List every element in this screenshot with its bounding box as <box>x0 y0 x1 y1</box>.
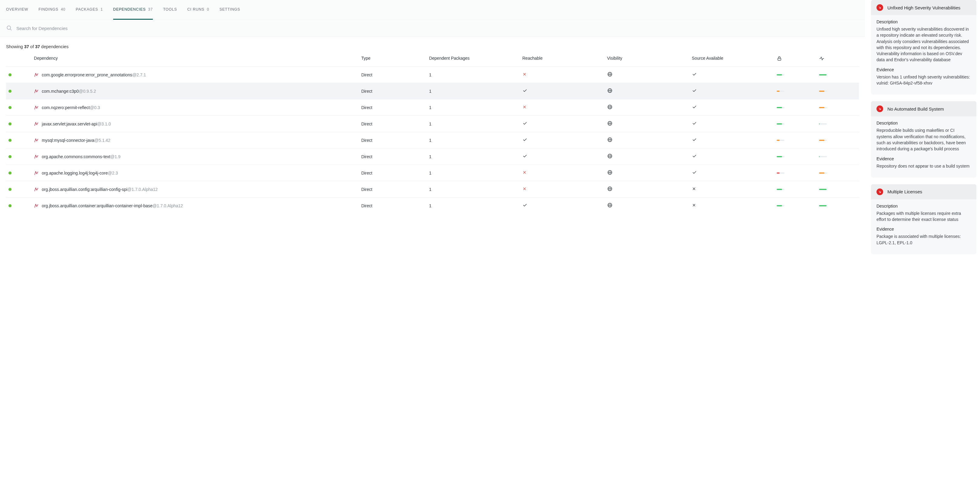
cell-reachable <box>520 116 605 132</box>
panel-header: Multiple Licenses <box>871 184 976 200</box>
cell-score-1 <box>774 83 816 99</box>
description-text: Packages with multiple licenses require … <box>877 210 971 223</box>
search-icon <box>6 25 12 32</box>
cell-score-1 <box>774 116 816 132</box>
dependency-version: @3.1.0 <box>97 121 111 126</box>
evidence-text: Repository does not appear to use a buil… <box>877 163 971 169</box>
tab-count: 37 <box>148 7 153 11</box>
cell-type: Direct <box>359 181 427 198</box>
description-text: Unfixed high severity vulnerabilities di… <box>877 26 971 63</box>
cell-score-1 <box>774 149 816 165</box>
status-dot <box>8 139 11 142</box>
check-icon <box>692 73 697 78</box>
col-visibility[interactable]: Visibility <box>605 53 689 67</box>
tab-findings[interactable]: FINDINGS40 <box>38 0 65 20</box>
finding-panel[interactable]: Multiple LicensesDescriptionPackages wit… <box>871 184 976 254</box>
cell-source-available <box>689 149 774 165</box>
status-dot <box>8 171 11 174</box>
table-row[interactable]: javax.servlet:javax.servlet-api@3.1.0Dir… <box>6 116 859 132</box>
globe-icon <box>607 73 612 78</box>
finding-panel[interactable]: No Automated Build SystemDescriptionRepr… <box>871 101 976 177</box>
maven-icon <box>34 138 39 143</box>
finding-panel[interactable]: Unfixed High Severity VulnerabilitiesDes… <box>871 0 976 94</box>
cell-dependent-packages: 1 <box>427 116 520 132</box>
cell-source-available <box>689 67 774 83</box>
search-input[interactable] <box>16 26 859 31</box>
cell-source-available <box>689 116 774 132</box>
cell-type: Direct <box>359 99 427 116</box>
cell-visibility <box>605 132 689 149</box>
cell-type: Direct <box>359 116 427 132</box>
table-row[interactable]: org.jboss.arquillian.container:arquillia… <box>6 198 859 214</box>
cell-visibility <box>605 67 689 83</box>
table-row[interactable]: com.mchange:c3p0@0.9.5.2Direct1 <box>6 83 859 99</box>
col-dependent-packages[interactable]: Dependent Packages <box>427 53 520 67</box>
showing-suffix: dependencies <box>40 44 68 49</box>
x-icon <box>692 187 696 192</box>
col-dependency[interactable]: Dependency <box>32 53 359 67</box>
status-dot <box>8 188 11 191</box>
cell-source-available <box>689 132 774 149</box>
showing-total: 37 <box>35 44 40 49</box>
maven-icon <box>34 171 39 176</box>
maven-icon <box>34 105 39 110</box>
cell-reachable <box>520 67 605 83</box>
x-icon <box>522 105 527 110</box>
x-icon <box>522 187 527 192</box>
check-icon <box>522 204 527 208</box>
tab-ci-runs[interactable]: CI RUNS0 <box>187 0 209 20</box>
description-text: Reproducible builds using makefiles or C… <box>877 127 971 152</box>
cell-visibility <box>605 165 689 181</box>
cell-type: Direct <box>359 149 427 165</box>
description-label: Description <box>877 121 971 125</box>
cell-visibility <box>605 198 689 214</box>
dependency-version: @5.1.42 <box>94 138 110 143</box>
cell-reachable <box>520 99 605 116</box>
cell-visibility <box>605 149 689 165</box>
table-row[interactable]: com.nqzero:permit-reflect@0.3Direct1 <box>6 99 859 116</box>
table-row[interactable]: org.apache.logging.log4j:log4j-core@2.3D… <box>6 165 859 181</box>
tab-count: 40 <box>61 7 65 11</box>
search-bar <box>0 20 865 37</box>
tab-tools[interactable]: TOOLS <box>163 0 177 20</box>
severity-badge-icon <box>877 188 883 195</box>
evidence-label: Evidence <box>877 67 971 72</box>
globe-icon <box>607 171 612 176</box>
col-reachable[interactable]: Reachable <box>520 53 605 67</box>
dependency-name: javax.servlet:javax.servlet-api <box>42 121 97 126</box>
table-row[interactable]: com.google.errorprone:error_prone_annota… <box>6 67 859 83</box>
globe-icon <box>607 139 612 143</box>
tab-label: PACKAGES <box>76 7 98 11</box>
cell-reachable <box>520 83 605 99</box>
severity-badge-icon <box>877 105 883 112</box>
cell-score-2 <box>816 149 859 165</box>
evidence-text: Package is associated with multiple lice… <box>877 233 971 246</box>
evidence-label: Evidence <box>877 227 971 232</box>
col-type[interactable]: Type <box>359 53 427 67</box>
col-activity-icon[interactable] <box>816 53 859 67</box>
tab-overview[interactable]: OVERVIEW <box>6 0 28 20</box>
check-icon <box>692 105 697 110</box>
globe-icon <box>607 155 612 160</box>
tab-count: 1 <box>100 7 103 11</box>
cell-dependent-packages: 1 <box>427 67 520 83</box>
table-row[interactable]: org.apache.commons:commons-text@1.9Direc… <box>6 149 859 165</box>
panel-header: No Automated Build System <box>871 101 976 117</box>
check-icon <box>692 122 697 127</box>
cell-type: Direct <box>359 132 427 149</box>
table-row[interactable]: org.jboss.arquillian.config:arquillian-c… <box>6 181 859 198</box>
cell-score-2 <box>816 132 859 149</box>
panel-header: Unfixed High Severity Vulnerabilities <box>871 0 976 15</box>
col-lock-icon[interactable] <box>774 53 816 67</box>
check-icon <box>522 155 527 160</box>
cell-score-2 <box>816 165 859 181</box>
tab-settings[interactable]: SETTINGS <box>220 0 240 20</box>
tab-packages[interactable]: PACKAGES1 <box>76 0 103 20</box>
maven-icon <box>34 187 39 192</box>
tab-dependencies[interactable]: DEPENDENCIES37 <box>113 0 153 20</box>
cell-type: Direct <box>359 165 427 181</box>
table-row[interactable]: mysql:mysql-connector-java@5.1.42Direct1 <box>6 132 859 149</box>
cell-score-2 <box>816 198 859 214</box>
status-dot <box>8 106 11 109</box>
col-source-available[interactable]: Source Available <box>689 53 774 67</box>
